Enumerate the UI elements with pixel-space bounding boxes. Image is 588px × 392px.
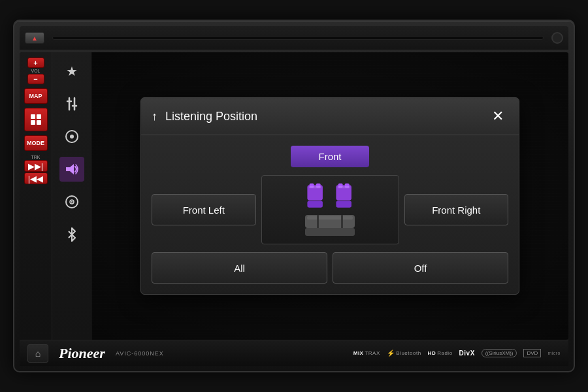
front-right-button[interactable]: Front Right: [404, 194, 509, 225]
device: ▲ + VOL − MAP MODE TRK ▶▶| |◀◀: [13, 20, 575, 372]
front-left-button[interactable]: Front Left: [152, 194, 256, 225]
front-seats: [304, 182, 356, 210]
grid-icon: [31, 114, 41, 125]
track-area: TRK ▶▶| |◀◀: [24, 155, 48, 184]
home-button[interactable]: ⌂: [27, 344, 48, 363]
icon-sidebar: ★: [52, 52, 91, 340]
back-icon: ↑: [152, 110, 157, 123]
vol-minus-button[interactable]: −: [27, 74, 44, 84]
svg-rect-21: [305, 228, 355, 236]
grid-button[interactable]: [24, 108, 48, 131]
modal-body: Front Front Left: [141, 135, 519, 294]
modal-overlay: ↑ Listening Position ✕ Front Front Left: [91, 52, 568, 340]
svg-rect-22: [307, 216, 353, 220]
eject-button[interactable]: ▲: [25, 32, 44, 44]
svg-rect-19: [338, 186, 350, 188]
svg-point-9: [71, 201, 72, 203]
modal-header: ↑ Listening Position ✕: [141, 98, 519, 135]
trk-prev-button[interactable]: |◀◀: [24, 172, 48, 184]
svg-rect-24: [341, 215, 343, 228]
seat-display: [261, 175, 399, 244]
top-strip: ▲: [20, 26, 568, 50]
bluetooth-badge: ⚡ Bluetooth: [387, 350, 421, 357]
trk-label: TRK: [31, 155, 41, 159]
off-button[interactable]: Off: [333, 252, 508, 284]
model-label: AVIC-6000NEX: [116, 350, 164, 357]
dvd-badge: DVD: [523, 349, 541, 357]
front-left-seat-icon: [304, 182, 327, 210]
svg-rect-23: [317, 215, 319, 228]
left-sidebar: + VOL − MAP MODE TRK ▶▶| |◀◀: [20, 52, 52, 340]
micro-badge: micro: [547, 351, 561, 355]
all-button[interactable]: All: [152, 252, 327, 284]
bottom-row: All Off: [152, 252, 508, 284]
hd-radio-badge: HD Radio: [428, 350, 453, 356]
main-area: + VOL − MAP MODE TRK ▶▶| |◀◀ ★: [20, 52, 568, 340]
svg-rect-13: [307, 201, 323, 208]
disc-slot: [52, 36, 544, 40]
listening-position-modal: ↑ Listening Position ✕ Front Front Left: [140, 97, 519, 295]
trk-next-button[interactable]: ▶▶|: [24, 160, 48, 172]
main-screen: ↑ Listening Position ✕ Front Front Left: [91, 52, 568, 340]
divx-badge: DivX: [459, 350, 475, 357]
svg-rect-14: [309, 186, 321, 188]
mode-button[interactable]: MODE: [24, 135, 48, 151]
svg-marker-6: [66, 164, 74, 174]
svg-rect-18: [336, 201, 351, 208]
svg-point-5: [70, 135, 74, 139]
bottom-bar: ⌂ Pioneer AVIC-6000NEX MIXTRAX ⚡ Bluetoo…: [20, 340, 568, 366]
volume-control: + VOL −: [27, 57, 44, 84]
front-right-seat-icon: [333, 182, 356, 210]
modal-title: Listening Position: [165, 110, 480, 123]
sidebar-item-speaker[interactable]: [59, 157, 84, 182]
front-row: Front: [152, 146, 508, 167]
close-button[interactable]: ✕: [487, 106, 508, 127]
front-button[interactable]: Front: [291, 146, 369, 167]
seat-row: Front Left: [152, 175, 508, 244]
sidebar-item-palette[interactable]: [59, 124, 84, 149]
vol-label: VOL: [31, 69, 40, 73]
camera-dot: [551, 32, 563, 44]
rear-seat-icon: [304, 214, 356, 237]
map-button[interactable]: MAP: [24, 88, 48, 104]
brand-items: MIXTRAX ⚡ Bluetooth HD Radio DivX ((Siri…: [353, 349, 561, 357]
vol-plus-button[interactable]: +: [27, 57, 44, 68]
mixtrax-badge: MIXTRAX: [353, 350, 380, 356]
sidebar-item-star[interactable]: ★: [59, 59, 84, 84]
sidebar-item-bluetooth[interactable]: [59, 222, 84, 247]
sidebar-item-tools[interactable]: [59, 91, 84, 116]
pioneer-logo: Pioneer: [59, 345, 105, 362]
sidebar-item-disc[interactable]: [59, 189, 84, 214]
siriusxm-badge: ((SiriusXM)): [482, 349, 517, 357]
